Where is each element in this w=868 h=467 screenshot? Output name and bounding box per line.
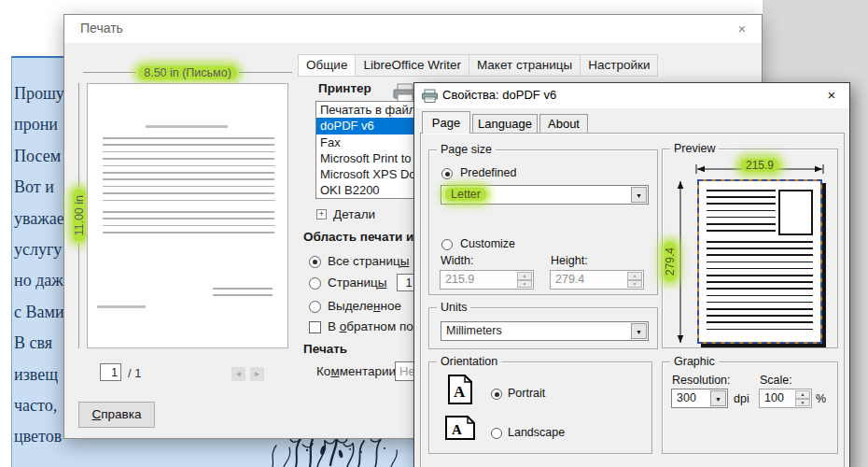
customize-label[interactable]: Customize	[460, 237, 515, 250]
units-group: Units Millimeters ▼	[428, 307, 658, 349]
selection-label[interactable]: Выделенное	[328, 299, 401, 313]
document-line: услугу	[14, 234, 64, 265]
close-icon[interactable]: ×	[821, 85, 842, 106]
dimension-line	[78, 244, 79, 348]
page-height-dimension: 11.00 in	[72, 83, 86, 348]
all-pages-radio[interactable]	[309, 256, 321, 268]
printer-item-dopdf[interactable]: doPDF v6	[316, 118, 420, 134]
scale-label: Scale:	[760, 374, 792, 387]
resolution-dropdown[interactable]: 300 ▼	[671, 389, 728, 408]
print-preview-page	[87, 83, 288, 348]
help-button[interactable]: Справка	[78, 402, 155, 428]
label-text: В	[328, 319, 340, 333]
spin-down-icon[interactable]: ▼	[795, 399, 810, 407]
paper-size-dropdown[interactable]: Letter ▼	[441, 185, 649, 205]
document-text-lines: Прошу прони Посем Вот и уважае услугу но…	[14, 78, 64, 453]
tab-language[interactable]: Language	[472, 114, 538, 133]
dopdf-titlebar[interactable]: Свойства: doPDF v6 ×	[414, 83, 849, 108]
tab-about[interactable]: About	[539, 114, 588, 133]
tab-libreoffice-writer[interactable]: LibreOffice Writer	[355, 54, 469, 77]
height-spinbox[interactable]: 279.4 ▲ ▼	[550, 270, 644, 290]
width-spinbox[interactable]: 215.9 ▲ ▼	[440, 270, 534, 290]
spin-up-icon[interactable]: ▲	[627, 272, 642, 280]
tab-options[interactable]: Настройки	[580, 54, 658, 77]
previous-page-button[interactable]: ◄	[231, 367, 245, 381]
page-number-input[interactable]	[100, 363, 121, 381]
page-size-group: Page size Predefined Letter ▼ Customize …	[428, 149, 658, 295]
label-text: Выделе	[328, 299, 373, 313]
page-width-label: 8.50 in (Письмо)	[138, 66, 237, 79]
help-label-key: С	[92, 407, 102, 421]
desktop: Прошу прони Посем Вот и уважае услугу но…	[0, 0, 868, 467]
units-value: Millimeters	[446, 324, 502, 337]
comments-label: Комментарии	[316, 364, 396, 378]
spin-down-icon[interactable]: ▼	[517, 280, 532, 289]
width-label: Width:	[441, 254, 473, 267]
portrait-page-icon: A	[448, 375, 472, 404]
page-text-lines	[707, 241, 813, 333]
percent-label: %	[816, 392, 826, 405]
predefined-radio[interactable]	[441, 168, 453, 179]
document-line: часто,	[14, 390, 64, 421]
landscape-label[interactable]: Landscape	[508, 426, 565, 439]
reverse-order-label[interactable]: В обратном поря	[328, 319, 427, 333]
portrait-label[interactable]: Portrait	[508, 387, 545, 400]
page-text-lines	[707, 190, 776, 234]
page-size-heading: Page size	[437, 143, 496, 157]
tab-general[interactable]: Общие	[298, 54, 356, 77]
tab-page[interactable]: Page	[422, 111, 470, 134]
printer-details-expander[interactable]: + Детали	[316, 207, 375, 221]
spin-down-icon[interactable]: ▼	[627, 280, 642, 289]
predefined-label[interactable]: Predefined	[460, 166, 516, 179]
print-dialog-titlebar[interactable]: Печать ×	[64, 15, 762, 43]
printer-item-ms-print-to-pdf[interactable]: Microsoft Print to P	[316, 150, 420, 166]
dpi-label: dpi	[734, 392, 749, 405]
next-page-button[interactable]: ►	[250, 367, 264, 381]
help-label: правка	[101, 407, 141, 421]
page-image-placeholder	[778, 190, 813, 235]
portrait-radio[interactable]	[491, 389, 502, 400]
document-line: цветов	[14, 421, 64, 452]
printer-item-oki[interactable]: OKI B2200	[316, 182, 420, 198]
orientation-heading: Orientation	[437, 355, 501, 369]
expand-plus-icon[interactable]: +	[316, 209, 327, 219]
preview-height-value: 279.4	[664, 242, 677, 281]
chevron-down-icon[interactable]: ▼	[631, 323, 647, 339]
reverse-order-checkbox[interactable]	[309, 321, 321, 333]
chevron-down-icon[interactable]: ▼	[710, 390, 726, 406]
all-pages-label[interactable]: Все страницы	[328, 254, 409, 268]
pages-label[interactable]: Страницы	[328, 276, 386, 290]
label-text: н	[373, 299, 380, 313]
spinner-buttons[interactable]: ▲ ▼	[517, 272, 532, 288]
preview-height-dimension: 279.4	[664, 232, 677, 291]
scale-value: 100	[764, 391, 784, 404]
tab-page-layout[interactable]: Макет страницы	[469, 54, 581, 77]
svg-text:A: A	[452, 422, 462, 437]
customize-radio[interactable]	[441, 239, 453, 250]
document-line: но даж	[14, 265, 64, 296]
printer-item-print-to-file[interactable]: Печатать в файл...	[316, 102, 420, 118]
spin-up-icon[interactable]: ▲	[517, 272, 532, 280]
printer-item-fax[interactable]: Fax	[316, 134, 420, 150]
spin-up-icon[interactable]: ▲	[795, 390, 810, 399]
scale-spinbox[interactable]: 100 ▲ ▼	[759, 389, 812, 408]
dimension-line	[239, 72, 292, 73]
preview-letter-signature	[213, 288, 273, 301]
chevron-down-icon[interactable]: ▼	[631, 187, 647, 203]
label-text: Ко	[316, 364, 330, 378]
preview-width-dimension: 215.9	[694, 159, 825, 172]
preview-page-thumbnail	[697, 179, 822, 344]
printer-item-ms-xps[interactable]: Microsoft XPS Docu	[316, 166, 420, 182]
close-icon[interactable]: ×	[732, 19, 752, 39]
spinner-buttons[interactable]: ▲ ▼	[795, 390, 810, 406]
landscape-radio[interactable]	[491, 428, 502, 439]
selection-radio[interactable]	[309, 301, 321, 313]
print-section-heading: Печать	[303, 342, 347, 356]
document-line: Прошу	[14, 78, 64, 109]
pages-radio[interactable]	[309, 277, 321, 290]
spinner-buttons[interactable]: ▲ ▼	[627, 272, 642, 288]
units-dropdown[interactable]: Millimeters ▼	[441, 321, 649, 341]
label-text: м	[330, 364, 339, 378]
preview-letter-date	[97, 305, 146, 308]
graphic-group: Graphic Resolution: 300 ▼ dpi Scale: 100…	[662, 361, 838, 454]
